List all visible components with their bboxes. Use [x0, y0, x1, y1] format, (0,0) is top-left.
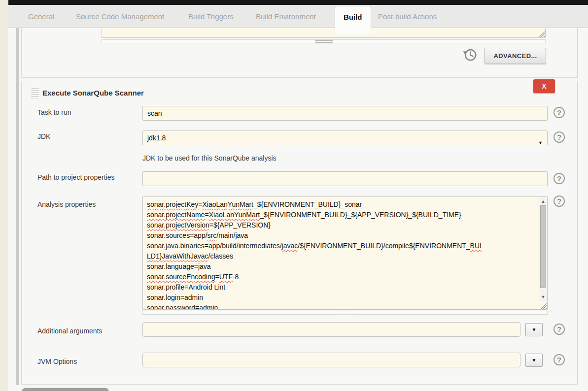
- textarea-drag-handle[interactable]: [142, 311, 548, 315]
- section-left-bar: [16, 28, 19, 385]
- page-left-margin: [0, 0, 8, 391]
- tab-build-triggers[interactable]: Build Triggers: [188, 5, 234, 28]
- jdk-label: JDK: [37, 131, 50, 141]
- analysis-properties-label: Analysis properties: [37, 199, 96, 209]
- history-clock-icon[interactable]: [463, 47, 478, 62]
- advanced-button[interactable]: ADVANCED...: [484, 48, 546, 64]
- delete-step-button[interactable]: X: [533, 79, 555, 93]
- help-icon[interactable]: ?: [553, 131, 565, 143]
- jdk-selected-value: jdk1.8: [147, 134, 166, 142]
- panel-right-border: [578, 28, 578, 391]
- resize-grip-icon[interactable]: [541, 303, 547, 309]
- scroll-down-icon[interactable]: ▼: [541, 294, 546, 299]
- scroll-up-icon[interactable]: ▲: [541, 199, 546, 204]
- task-to-run-input[interactable]: [142, 106, 548, 121]
- analysis-properties-text: sonar.projectKey=XiaoLanYunMart_${ENVIRO…: [143, 197, 538, 309]
- drag-grip-icon: [315, 40, 333, 43]
- additional-arguments-input[interactable]: [142, 322, 520, 337]
- add-build-step-button-partial[interactable]: [22, 388, 108, 391]
- config-tab-bar: General Source Code Management Build Tri…: [8, 5, 588, 28]
- select-caret-icon: ▼: [538, 136, 543, 150]
- drag-grip-icon: [336, 312, 354, 314]
- textarea-drag-handle[interactable]: [102, 39, 546, 43]
- help-icon[interactable]: ?: [553, 354, 565, 365]
- tab-build[interactable]: Build: [335, 6, 371, 34]
- help-icon[interactable]: ?: [553, 196, 565, 207]
- expand-dropdown-button[interactable]: ▼: [525, 323, 543, 336]
- help-icon[interactable]: ?: [553, 324, 565, 335]
- scrollbar[interactable]: ▲ ▼: [539, 197, 547, 301]
- path-to-project-properties-label: Path to project properties: [37, 172, 114, 182]
- tab-post-build-actions[interactable]: Post-build Actions: [378, 5, 437, 28]
- jvm-options-input[interactable]: [142, 353, 520, 367]
- top-dark-bar: [8, 0, 588, 5]
- additional-arguments-label: Additional arguments: [37, 326, 103, 336]
- previous-step-textarea[interactable]: [102, 28, 546, 38]
- task-to-run-label: Task to run: [37, 107, 71, 117]
- step-drag-handle-icon[interactable]: [31, 88, 39, 98]
- expand-dropdown-button[interactable]: ▼: [525, 354, 543, 367]
- tab-general[interactable]: General: [28, 5, 54, 28]
- analysis-properties-editor[interactable]: sonar.projectKey=XiaoLanYunMart_${ENVIRO…: [142, 196, 548, 310]
- step-title: Execute SonarQube Scanner: [42, 88, 144, 98]
- help-icon[interactable]: ?: [553, 173, 565, 184]
- tab-build-environment[interactable]: Build Environment: [256, 5, 316, 28]
- tab-source-code-management[interactable]: Source Code Management: [76, 5, 164, 28]
- sonarqube-step-box: X Execute SonarQube Scanner Task to run …: [21, 81, 578, 385]
- previous-build-step-box: ADVANCED...: [21, 28, 578, 78]
- jdk-help-text: JDK to be used for this SonarQube analys…: [142, 154, 277, 162]
- jdk-select[interactable]: jdk1.8 ▼: [142, 130, 548, 145]
- resize-grip-icon[interactable]: [539, 31, 545, 37]
- scrollbar-thumb[interactable]: [540, 205, 546, 288]
- tab-bar-divider: [8, 28, 588, 28]
- path-to-project-properties-input[interactable]: [142, 171, 548, 186]
- help-icon[interactable]: ?: [553, 107, 565, 118]
- jvm-options-label: JVM Options: [37, 357, 77, 366]
